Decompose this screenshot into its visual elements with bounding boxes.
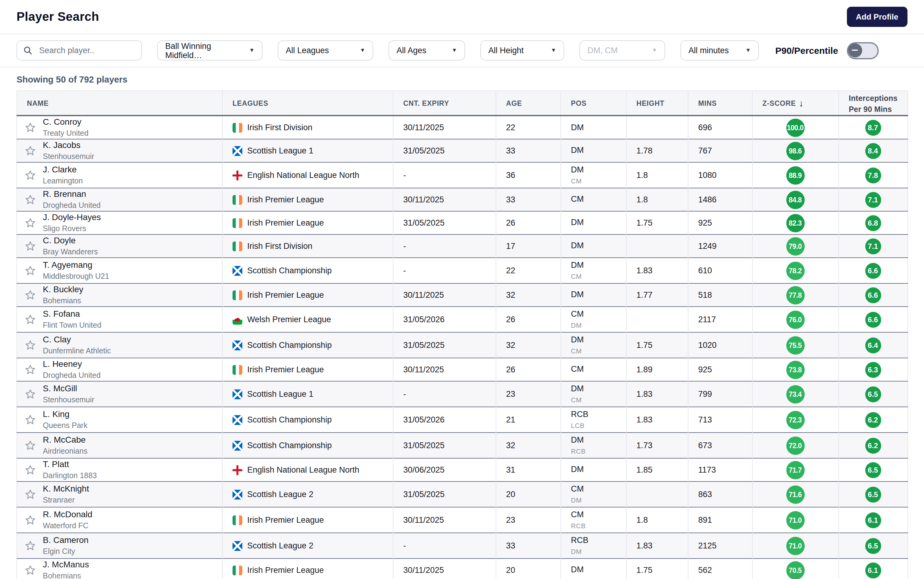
table-row[interactable]: B. Cameron Elgin City Scottish League 2 … [17,533,908,559]
favorite-star-icon[interactable] [22,540,38,551]
table-row[interactable]: J. Clarke Leamington English National Le… [17,162,908,188]
favorite-star-icon[interactable] [22,365,38,375]
player-club: Leamington [43,176,83,186]
player-height [626,116,688,139]
positions-filter-placeholder: DM, CM [588,46,618,55]
player-age: 32 [496,332,561,358]
table-row[interactable]: K. McKnight Stranraer Scottish League 2 … [17,481,908,507]
table-row[interactable]: S. McGill Stenhousemuir Scottish League … [17,381,908,407]
contract-expiry: 31/05/2025 [393,481,496,507]
table-row[interactable]: J. McManus Bohemians Irish Premier Leagu… [17,559,908,579]
player-mins: 925 [688,211,752,234]
player-name: R. McCabe [43,435,87,445]
zscore-badge: 79.0 [786,237,804,255]
player-age: 26 [496,211,561,234]
search-input[interactable] [38,45,135,56]
chevron-down-icon: ▼ [551,48,556,53]
ages-filter-dropdown[interactable]: All Ages ▼ [389,40,465,61]
league-flag-icon [233,565,242,575]
favorite-star-icon[interactable] [22,440,38,451]
player-club: Dunfermline Athletic [43,346,111,356]
player-club: Drogheda United [43,370,101,380]
player-mins: 1080 [688,162,752,188]
favorite-star-icon[interactable] [22,265,38,276]
position-primary: CM [571,195,625,204]
favorite-star-icon[interactable] [22,241,38,251]
player-club: Middlesbrough U21 [43,271,109,281]
favorite-star-icon[interactable] [22,122,38,132]
table-row[interactable]: R. Brennan Drogheda United Irish Premier… [17,188,908,211]
table-row[interactable]: K. Jacobs Stenhousemuir Scottish League … [17,139,908,162]
table-row[interactable]: L. Heeney Drogheda United Irish Premier … [17,358,908,381]
player-club: Airdrieonians [43,446,87,456]
table-row[interactable]: T. Platt Darlington 1883 English Nationa… [17,458,908,481]
favorite-star-icon[interactable] [22,170,38,180]
favorite-star-icon[interactable] [22,314,38,325]
player-mins: 696 [688,116,752,139]
table-row[interactable]: T. Agyemang Middlesbrough U21 Scottish C… [17,258,908,283]
player-height: 1.73 [626,433,688,458]
position-primary: CM [571,484,625,494]
favorite-star-icon[interactable] [22,515,38,525]
player-age: 17 [496,234,561,258]
table-row[interactable]: R. McCabe Airdrieonians Scottish Champio… [17,433,908,458]
league-flag-icon [233,170,242,180]
favorite-star-icon[interactable] [22,146,38,156]
search-input-wrapper[interactable] [16,40,142,61]
minutes-filter-dropdown[interactable]: All minutes ▼ [681,40,759,61]
players-table: NAME LEAGUES CNT. EXPIRY AGE POS HEIGHT … [16,90,908,579]
position-secondary: DM [571,548,625,556]
favorite-star-icon[interactable] [22,489,38,499]
table-row[interactable]: J. Doyle-Hayes Sligo Rovers Irish Premie… [17,211,908,234]
contract-expiry: 30/11/2025 [393,507,496,533]
favorite-star-icon[interactable] [22,565,38,575]
contract-expiry: 30/11/2025 [393,283,496,307]
favorite-star-icon[interactable] [22,465,38,475]
favorite-star-icon[interactable] [22,218,38,228]
favorite-star-icon[interactable] [22,195,38,205]
metric-badge: 7.1 [865,192,881,208]
sort-desc-icon: ↓ [799,98,804,108]
league-name: Scottish Championship [247,340,332,350]
league-flag-icon [233,290,242,300]
add-profile-button[interactable]: Add Profile [847,7,908,27]
height-filter-dropdown[interactable]: All Height ▼ [480,40,564,61]
favorite-star-icon[interactable] [22,290,38,300]
table-row[interactable]: C. Conroy Treaty United Irish First Divi… [17,116,908,139]
table-row[interactable]: S. Fofana Flint Town United Welsh Premie… [17,307,908,332]
player-height: 1.75 [626,332,688,358]
position-primary: DM [571,435,625,445]
favorite-star-icon[interactable] [22,340,38,350]
league-name: English National League North [247,465,359,474]
column-header-expiry: CNT. EXPIRY [393,91,496,116]
p90-percentile-toggle[interactable] [847,42,878,59]
table-row[interactable]: L. King Queens Park Scottish Championshi… [17,407,908,433]
column-header-zscore[interactable]: Z-SCORE↓ [752,91,839,116]
role-filter-dropdown[interactable]: Ball Winning Midfield… ▼ [157,40,263,61]
league-flag-icon [233,241,242,251]
table-row[interactable]: C. Doyle Bray Wanderers Irish First Divi… [17,234,908,258]
league-name: Irish Premier League [247,365,324,374]
leagues-filter-dropdown[interactable]: All Leagues ▼ [278,40,373,61]
metric-badge: 8.7 [865,119,881,136]
search-icon [23,46,33,55]
player-club: Flint Town United [43,320,101,330]
position-primary: DM [571,123,625,132]
table-row[interactable]: K. Buckley Bohemians Irish Premier Leagu… [17,283,908,307]
role-filter-value: Ball Winning Midfield… [165,41,244,60]
table-row[interactable]: R. McDonald Waterford FC Irish Premier L… [17,507,908,533]
table-row[interactable]: C. Clay Dunfermline Athletic Scottish Ch… [17,332,908,358]
metric-badge: 6.6 [865,263,881,278]
player-club: Bohemians [43,296,83,306]
player-age: 33 [496,139,561,162]
favorite-star-icon[interactable] [22,389,38,399]
column-header-mins: MINS [688,91,752,116]
positions-filter-input[interactable]: DM, CM ▼ [579,40,665,61]
favorite-star-icon[interactable] [22,415,38,425]
player-age: 20 [496,481,561,507]
league-name: Scottish League 2 [247,541,313,550]
player-name: K. McKnight [43,484,89,494]
contract-expiry: 30/11/2025 [393,559,496,579]
chevron-down-icon: ▼ [360,48,365,53]
metric-badge: 6.8 [865,215,881,231]
